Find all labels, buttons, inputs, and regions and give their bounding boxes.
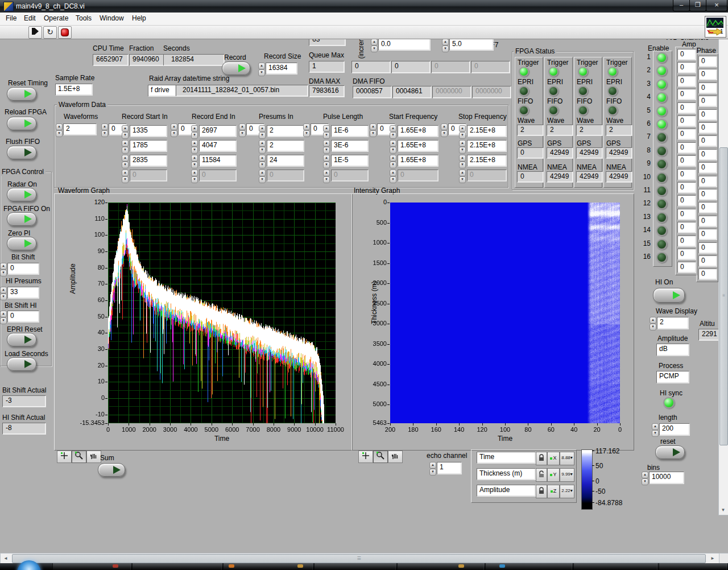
bit-shift-input[interactable]: 0 bbox=[7, 263, 39, 274]
taskbar-button[interactable] bbox=[132, 563, 222, 570]
amp-value-input[interactable]: 0 bbox=[677, 169, 696, 180]
scale-lock-button[interactable] bbox=[536, 452, 547, 465]
waveform-value-input[interactable]: 2835 bbox=[130, 155, 167, 166]
waveform-value-input[interactable]: 11584 bbox=[199, 155, 236, 166]
waveform-value-input[interactable]: 1335 bbox=[130, 125, 167, 137]
phase-value-input[interactable]: 0 bbox=[698, 176, 717, 187]
zoom-tool-button[interactable] bbox=[72, 451, 86, 463]
hi-presums-input[interactable]: 33 bbox=[7, 287, 39, 298]
taskbar-button[interactable] bbox=[659, 563, 727, 570]
column-index-stepper[interactable]: ▲▼ bbox=[239, 123, 246, 137]
amp-value-input[interactable]: 0 bbox=[677, 142, 696, 153]
echo-channel-input[interactable]: 1 bbox=[437, 462, 461, 474]
phase-value-input[interactable]: 0 bbox=[698, 135, 717, 146]
waveform-value-input[interactable]: 2697 bbox=[199, 125, 236, 137]
amp-value-input[interactable]: 0 bbox=[677, 49, 696, 60]
amplitude-units-select[interactable]: dB bbox=[656, 344, 689, 356]
axis-scale-button[interactable]: Z bbox=[547, 485, 560, 498]
waveform-value-input[interactable]: 1.65E+8 bbox=[398, 155, 438, 166]
value-stepper[interactable]: ▲▼ bbox=[323, 170, 330, 183]
phase-value-input[interactable]: 0 bbox=[698, 69, 717, 80]
phase-value-input[interactable]: 0 bbox=[698, 122, 717, 133]
reset-timing-button[interactable] bbox=[7, 87, 36, 101]
phase-value-input[interactable]: 0 bbox=[698, 255, 717, 266]
phase-value-input[interactable]: 0 bbox=[698, 82, 717, 93]
waveform-value-input[interactable]: 2.15E+8 bbox=[467, 125, 506, 137]
value-stepper[interactable]: ▲▼ bbox=[390, 170, 396, 183]
phase-value-input[interactable]: 0 bbox=[698, 149, 717, 160]
amp-value-input[interactable]: 0 bbox=[677, 155, 696, 166]
flush-fifo-button[interactable] bbox=[7, 146, 36, 159]
phase-value-input[interactable]: 0 bbox=[698, 269, 717, 279]
cursor-tool-button[interactable] bbox=[358, 451, 373, 463]
taskbar-button[interactable] bbox=[573, 563, 657, 570]
waveform-value-input[interactable]: 1.65E+8 bbox=[398, 140, 438, 151]
amp-value-input[interactable]: 0 bbox=[677, 209, 696, 220]
menu-file[interactable]: File bbox=[6, 14, 16, 22]
waveform-value-input[interactable]: 2 bbox=[267, 125, 304, 137]
value-stepper[interactable]: ▲▼ bbox=[459, 140, 466, 154]
fpga-fifo-on-button[interactable] bbox=[7, 212, 36, 226]
hi-on-button[interactable] bbox=[653, 288, 685, 303]
waveform-value-input[interactable]: 1785 bbox=[130, 140, 167, 151]
bins-input[interactable]: 10000 bbox=[649, 472, 684, 484]
value-stepper[interactable]: ▲▼ bbox=[259, 140, 266, 154]
title-bar[interactable]: main4v9_8_ch_DC8.vi – ❐ × bbox=[0, 0, 728, 13]
phase-value-input[interactable]: 0 bbox=[698, 229, 717, 239]
taskbar-button[interactable] bbox=[397, 563, 484, 570]
scale-name-input[interactable]: Time bbox=[477, 452, 535, 463]
continuous-run-button[interactable]: ↻ bbox=[43, 26, 57, 39]
menu-tools[interactable]: Tools bbox=[76, 14, 92, 22]
enable-led[interactable] bbox=[656, 212, 667, 223]
phase-value-input[interactable]: 0 bbox=[698, 96, 717, 106]
axis-scale-button[interactable]: Y bbox=[547, 468, 560, 482]
phase-value-input[interactable]: 0 bbox=[698, 162, 717, 173]
menu-operate[interactable]: Operate bbox=[44, 14, 68, 22]
waveform-value-input[interactable]: 2 bbox=[267, 140, 304, 151]
length-input[interactable]: 200 bbox=[659, 423, 689, 435]
value-stepper[interactable]: ▲▼ bbox=[122, 170, 129, 183]
amp-value-input[interactable]: 0 bbox=[677, 182, 696, 193]
raid-drive-input[interactable]: f drive bbox=[148, 85, 176, 96]
value-stepper[interactable]: ▲▼ bbox=[323, 125, 330, 139]
pan-tool-button[interactable] bbox=[86, 451, 101, 463]
restore-button[interactable]: ❐ bbox=[689, 0, 706, 11]
wave-display-input[interactable]: 2 bbox=[657, 317, 688, 329]
sample-rate-input[interactable]: 1.5E+8 bbox=[55, 84, 92, 95]
value-stepper[interactable]: ▲▼ bbox=[122, 125, 129, 139]
enable-led[interactable] bbox=[656, 106, 667, 117]
intensity-colorbar[interactable] bbox=[581, 449, 593, 510]
cursor-tool-button[interactable] bbox=[57, 451, 72, 463]
scale-lock-button[interactable] bbox=[536, 485, 547, 498]
bit-shift-hi-input[interactable]: 0 bbox=[7, 311, 39, 322]
close-button[interactable]: × bbox=[706, 0, 727, 11]
reload-fpga-button[interactable] bbox=[7, 117, 36, 130]
value-stepper[interactable]: ▲▼ bbox=[390, 125, 396, 139]
enable-led[interactable] bbox=[656, 52, 667, 63]
scale-name-input[interactable]: Thickness (m) bbox=[477, 468, 535, 480]
waveform-value-input[interactable]: 1E-5 bbox=[331, 155, 368, 166]
value-stepper[interactable]: ▲▼ bbox=[459, 155, 466, 168]
reset-button[interactable] bbox=[655, 445, 685, 459]
value-stepper[interactable]: ▲▼ bbox=[323, 155, 330, 168]
enable-led[interactable] bbox=[656, 252, 667, 263]
amp-value-input[interactable]: 0 bbox=[677, 195, 696, 206]
amp-value-input[interactable]: 0 bbox=[677, 102, 696, 113]
column-index-stepper[interactable]: ▲▼ bbox=[370, 123, 377, 137]
scroll-left-icon[interactable]: ◄ bbox=[2, 554, 10, 563]
menu-help[interactable]: Help bbox=[132, 14, 146, 22]
taskbar-button[interactable] bbox=[485, 563, 572, 570]
process-select[interactable]: PCMP bbox=[656, 371, 689, 383]
menu-edit[interactable]: Edit bbox=[24, 14, 36, 22]
sum-button[interactable] bbox=[98, 463, 125, 477]
amp-value-input[interactable]: 0 bbox=[677, 249, 696, 259]
scale-name-input[interactable]: Amplitude bbox=[477, 485, 535, 496]
value-stepper[interactable]: ▲▼ bbox=[191, 140, 198, 154]
zero-pi-button[interactable] bbox=[7, 237, 36, 250]
taskbar-button[interactable] bbox=[314, 563, 396, 570]
value-stepper[interactable]: ▲▼ bbox=[191, 155, 198, 168]
phase-value-input[interactable]: 0 bbox=[698, 202, 717, 213]
record-size-input[interactable]: 16384 bbox=[266, 63, 297, 74]
column-index-stepper[interactable]: ▲▼ bbox=[101, 123, 108, 137]
taskbar-button[interactable] bbox=[52, 563, 131, 570]
